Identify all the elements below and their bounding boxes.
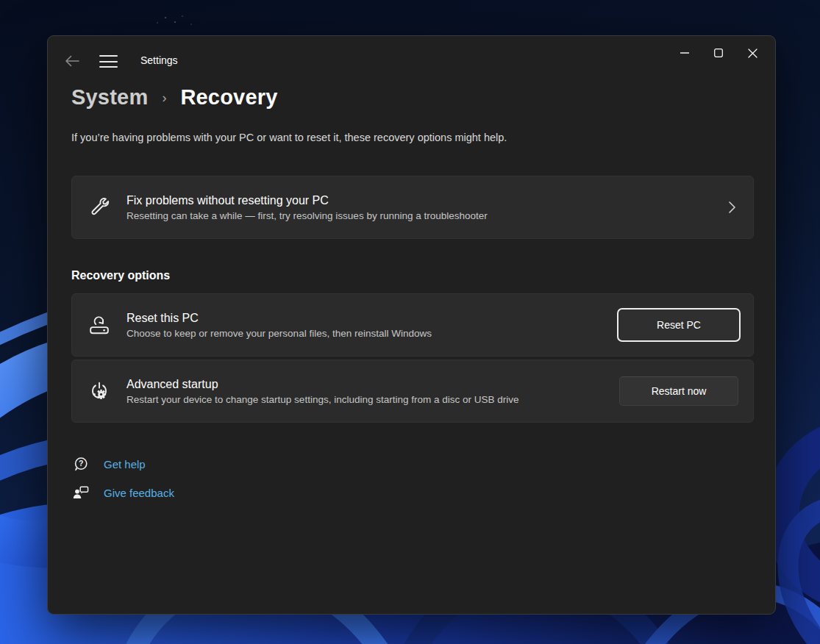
fix-problems-title: Fix problems without resetting your PC <box>126 194 488 207</box>
breadcrumb-recovery: Recovery <box>180 85 277 110</box>
hamburger-icon <box>99 55 118 57</box>
advanced-startup-subtitle: Restart your device to change startup se… <box>126 394 519 405</box>
reset-pc-subtitle: Choose to keep or remove your personal f… <box>126 328 432 339</box>
recovery-options-heading: Recovery options <box>71 269 170 282</box>
navigation-menu-button[interactable] <box>99 55 118 68</box>
get-help-label: Get help <box>104 458 146 471</box>
svg-text:?: ? <box>79 459 83 468</box>
reset-pc-icon <box>88 314 110 336</box>
back-button[interactable] <box>64 54 80 68</box>
close-button[interactable] <box>735 40 769 65</box>
reset-pc-card: Reset this PC Choose to keep or remove y… <box>71 293 754 357</box>
get-help-icon: ? <box>71 454 90 473</box>
window-controls <box>668 40 769 65</box>
restart-now-button[interactable]: Restart now <box>619 376 738 406</box>
fix-problems-subtitle: Resetting can take a while — first, try … <box>126 210 488 221</box>
app-title: Settings <box>140 54 178 66</box>
breadcrumb-system[interactable]: System <box>71 85 148 110</box>
get-help-link[interactable]: ? Get help <box>71 454 146 473</box>
wrench-icon <box>88 196 110 218</box>
reset-pc-button[interactable]: Reset PC <box>617 308 741 342</box>
back-arrow-icon <box>65 55 79 67</box>
minimize-icon <box>680 52 689 54</box>
close-icon <box>748 49 757 58</box>
page-description: If you’re having problems with your PC o… <box>71 132 507 143</box>
fix-problems-card[interactable]: Fix problems without resetting your PC R… <box>71 176 754 239</box>
reset-pc-title: Reset this PC <box>126 312 432 325</box>
advanced-startup-title: Advanced startup <box>126 378 519 391</box>
maximize-icon <box>714 49 723 57</box>
maximize-button[interactable] <box>702 40 735 65</box>
give-feedback-label: Give feedback <box>104 487 174 499</box>
settings-window: Settings System › Recovery If you’re hav… <box>47 35 776 615</box>
advanced-startup-icon <box>88 380 110 402</box>
chevron-right-icon <box>729 201 735 213</box>
advanced-startup-card: Advanced startup Restart your device to … <box>71 359 754 423</box>
breadcrumb-separator-icon: › <box>162 88 166 106</box>
give-feedback-icon <box>71 483 90 502</box>
breadcrumb: System › Recovery <box>71 82 278 112</box>
minimize-button[interactable] <box>668 40 702 65</box>
give-feedback-link[interactable]: Give feedback <box>71 483 174 502</box>
